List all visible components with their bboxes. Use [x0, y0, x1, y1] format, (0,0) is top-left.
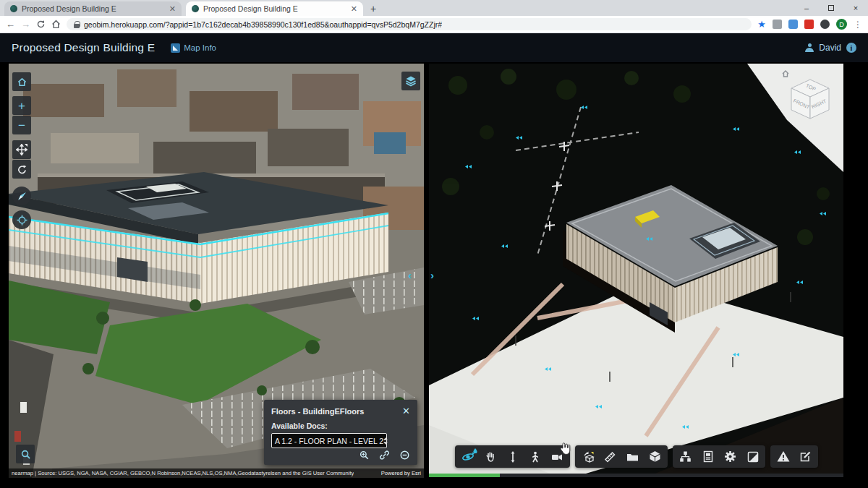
settings-gear-icon — [723, 450, 737, 463]
model-view-button[interactable] — [644, 447, 666, 466]
doc-select[interactable]: A 1.2 - FLOOR PLAN - LEVEL 2 — [271, 433, 387, 448]
orbit-badge-icon — [473, 448, 477, 453]
rotate-icon — [17, 164, 27, 175]
cube-home-icon[interactable] — [783, 71, 788, 77]
lock-icon — [74, 21, 80, 28]
profile-avatar[interactable]: D — [836, 19, 847, 30]
tab-favicon — [10, 5, 17, 12]
pan-tool-button[interactable] — [479, 447, 501, 466]
cube-view-icon — [648, 450, 662, 463]
collapse-left-icon[interactable]: ‹ — [408, 269, 412, 281]
screen: Proposed Design Building E ✕ Proposed De… — [0, 0, 868, 488]
link-icon[interactable] — [379, 450, 390, 461]
info-icon[interactable]: i — [846, 43, 856, 53]
extract-tool-button[interactable] — [576, 447, 599, 466]
map-attribution: nearmap | Source: USGS, NGA, NASA, CGIAR… — [9, 468, 424, 478]
extension-icon[interactable] — [804, 20, 814, 29]
tab-title: Proposed Design Building E — [203, 4, 346, 13]
extract-box-icon — [581, 450, 595, 464]
issue-tool-group — [770, 445, 818, 468]
warning-icon — [776, 450, 791, 463]
nav-tool-group — [455, 445, 570, 468]
bookmark-star-icon[interactable]: ★ — [757, 19, 766, 30]
window-close-button[interactable]: × — [843, 0, 868, 16]
home-icon[interactable] — [51, 20, 61, 29]
new-tab-button[interactable]: + — [370, 3, 376, 16]
user-area: David i — [805, 43, 856, 53]
hierarchy-button[interactable] — [674, 447, 697, 466]
user-name[interactable]: David — [819, 43, 841, 53]
window-maximize-button[interactable] — [819, 0, 843, 16]
project-docs-button[interactable] — [621, 447, 644, 466]
tab-title: Proposed Design Building E — [22, 4, 165, 13]
back-icon[interactable]: ← — [6, 20, 15, 29]
feature-search-button[interactable] — [16, 445, 35, 463]
collapse-right-icon[interactable]: › — [430, 269, 434, 281]
map-info-button[interactable]: Map Info — [171, 43, 216, 53]
reload-icon[interactable] — [36, 20, 46, 29]
locate-button[interactable] — [12, 210, 31, 229]
floors-popup-title: Floors - BuildingEFloors — [271, 407, 364, 416]
contrast-image-icon — [746, 450, 760, 463]
compass-button[interactable] — [12, 187, 31, 205]
tab-close-icon[interactable]: ✕ — [351, 4, 357, 14]
settings-button[interactable] — [719, 447, 741, 466]
model-hierarchy-icon — [678, 450, 692, 463]
markup-button[interactable] — [794, 447, 817, 466]
forward-icon[interactable]: → — [21, 20, 30, 29]
map-info-icon — [171, 43, 180, 53]
rotate-tool-button[interactable] — [12, 160, 31, 179]
home-extent-button[interactable] — [12, 72, 31, 91]
measure-tool-button[interactable] — [599, 447, 621, 466]
layer-list-button[interactable] — [697, 447, 719, 466]
tab-close-icon[interactable]: ✕ — [169, 4, 176, 14]
minus-icon: − — [18, 119, 25, 132]
window-controls: – × — [794, 0, 868, 16]
extension-icon[interactable] — [788, 20, 798, 29]
zoom-out-button[interactable]: − — [12, 116, 31, 134]
zoom-in-button[interactable]: + — [12, 96, 31, 115]
bim-toolbar — [455, 445, 818, 468]
pan-move-icon — [16, 144, 27, 155]
doc-select-value: A 1.2 - FLOOR PLAN - LEVEL 2 — [275, 437, 383, 445]
orbit-tool-button[interactable] — [456, 447, 479, 466]
window-minimize-button[interactable]: – — [794, 0, 819, 16]
select-spinner-icon — [383, 437, 388, 445]
floors-popup: Floors - BuildingEFloors ✕ Available Doc… — [264, 400, 417, 465]
available-docs-label: Available Docs: — [271, 421, 410, 430]
zoom-vertical-icon — [506, 450, 519, 463]
close-icon[interactable]: ✕ — [402, 406, 410, 416]
home-icon — [17, 77, 27, 87]
bim-pane-right[interactable]: TOP FRONT RIGHT — [429, 64, 843, 477]
tab-favicon — [192, 5, 199, 12]
app-header: Proposed Design Building E Map Info Davi… — [0, 33, 868, 62]
locate-icon — [17, 215, 27, 226]
address-bar[interactable]: geobim.herokuapp.com/?appid=1b7c162decab… — [67, 18, 752, 30]
layers-icon — [405, 75, 417, 87]
extension-icon[interactable] — [820, 20, 830, 29]
compass-icon — [17, 191, 27, 202]
browser-tab-1[interactable]: Proposed Design Building E ✕ — [4, 1, 182, 16]
browser-extensions: ★ D ⋮ — [757, 19, 862, 30]
user-icon — [805, 43, 814, 52]
browser-menu-icon[interactable]: ⋮ — [854, 20, 862, 30]
view-cube[interactable]: TOP FRONT RIGHT — [775, 69, 838, 126]
browser-tab-strip: Proposed Design Building E ✕ Proposed De… — [0, 0, 868, 16]
zoom-tool-button[interactable] — [501, 447, 524, 466]
remove-icon[interactable] — [399, 450, 410, 461]
extension-icon[interactable] — [773, 20, 782, 29]
layers-button[interactable] — [401, 72, 420, 90]
data-tool-group — [673, 445, 765, 468]
browser-tab-2[interactable]: Proposed Design Building E ✕ — [186, 1, 363, 16]
walk-person-icon — [529, 450, 542, 463]
map-pane-left[interactable]: + − — [9, 64, 424, 478]
load-progress-bar — [429, 474, 843, 477]
url-text: geobim.herokuapp.com/?appid=1b7c162decab… — [84, 20, 442, 29]
walk-tool-button[interactable] — [524, 447, 546, 466]
pan-tool-button[interactable] — [12, 140, 31, 159]
issues-button[interactable] — [772, 447, 794, 466]
powered-by-text: Powered by Esri — [375, 470, 421, 476]
imagery-toggle-button[interactable] — [741, 447, 764, 466]
measure-ruler-icon — [603, 450, 617, 463]
zoom-to-icon[interactable] — [359, 450, 370, 461]
